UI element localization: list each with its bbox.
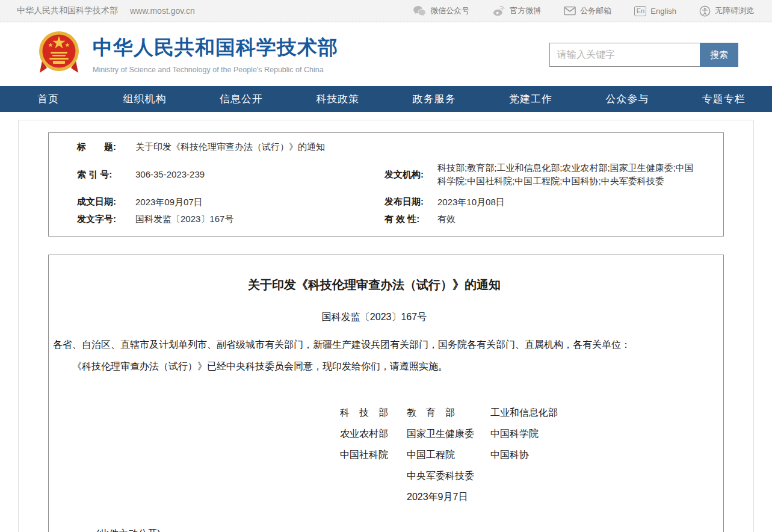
weibo-icon (492, 5, 505, 16)
document-meta-box: 标 题: 关于印发《科技伦理审查办法（试行）》的通知 索 引 号: 306-35… (48, 132, 724, 237)
signatory: 中国社科院 (340, 444, 407, 465)
meta-row-date-written: 成文日期: 2023年09月07日 (49, 196, 384, 213)
document-paragraph: 各省、自治区、直辖市及计划单列市、副省级城市有关部门，新疆生产建设兵团有关部门，… (53, 338, 696, 351)
meta-doc-number-label: 发文字号: (77, 214, 135, 225)
topbar-link-label: 无障碍浏览 (715, 5, 754, 16)
site-subtitle: Ministry of Science and Technology of th… (93, 66, 338, 74)
site-header: 中华人民共和国科学技术部 Ministry of Science and Tec… (0, 22, 772, 86)
nav-item-info-disclosure[interactable]: 信息公开 (193, 86, 289, 112)
nav-item-organization[interactable]: 组织机构 (96, 86, 193, 112)
meta-validity-label: 有 效 性: (384, 214, 437, 225)
site-title: 中华人民共和国科学技术部 (93, 34, 338, 61)
search-button[interactable]: 搜索 (700, 43, 738, 67)
topbar-link-label: 微信公众号 (430, 5, 469, 16)
topbar-link-english[interactable]: En English (634, 6, 676, 16)
nav-item-gov-services[interactable]: 政务服务 (386, 86, 483, 112)
main-nav: 首页 组织机构 信息公开 科技政策 政务服务 党建工作 公众参与 专题专栏 (0, 86, 772, 112)
topbar-site-url: www.most.gov.cn (130, 6, 195, 16)
document-number: 国科发监〔2023〕167号 (53, 311, 696, 324)
site-title-block: 中华人民共和国科学技术部 Ministry of Science and Tec… (93, 34, 338, 74)
signatory: 中央军委科技委 (407, 465, 490, 486)
document-paragraph: 《科技伦理审查办法（试行）》已经中央科技委员会同意，现印发给你们，请遵照实施。 (53, 360, 696, 373)
meta-date-written-value: 2023年09月07日 (135, 196, 384, 209)
meta-row-title: 标 题: 关于印发《科技伦理审查办法（试行）》的通知 (49, 140, 384, 161)
content-area: 标 题: 关于印发《科技伦理审查办法（试行）》的通知 索 引 号: 306-35… (0, 112, 772, 532)
national-emblem-logo[interactable] (39, 29, 79, 79)
signatory: 国家卫生健康委 (407, 423, 490, 444)
signatory: 教 育 部 (407, 402, 490, 423)
page: 中华人民共和国科学技术部 www.most.gov.cn 微信公众号 官方微博 … (0, 0, 772, 532)
meta-index-value: 306-35-2023-239 (135, 168, 384, 182)
nav-item-public-participation[interactable]: 公众参与 (579, 86, 675, 112)
signatory: 农业农村部 (340, 423, 407, 444)
topbar-site-name: 中华人民共和国科学技术部 (17, 5, 118, 16)
meta-date-written-label: 成文日期: (77, 196, 135, 208)
meta-row-index-number: 索 引 号: 306-35-2023-239 (49, 161, 384, 196)
meta-row-date-published: 发布日期: 2023年10月08日 (384, 196, 723, 213)
meta-date-published-value: 2023年10月08日 (437, 196, 694, 209)
signatories-block: 科 技 部 教 育 部 工业和信息化部 农业农村部 国家卫生健康委 中国科学院 … (340, 402, 696, 507)
content-panel: 标 题: 关于印发《科技伦理审查办法（试行）》的通知 索 引 号: 306-35… (18, 120, 754, 532)
meta-date-published-label: 发布日期: (384, 196, 437, 208)
signatory: 工业和信息化部 (490, 402, 696, 423)
meta-row-issuing-agency: 发文机构: 科技部;教育部;工业和信息化部;农业农村部;国家卫生健康委;中国科学… (384, 161, 723, 196)
topbar-links: 微信公众号 官方微博 公务邮箱 En English (413, 5, 754, 17)
signatory: 中国工程院 (407, 444, 490, 465)
meta-doc-number-value: 国科发监〔2023〕167号 (135, 212, 384, 226)
topbar-link-accessibility[interactable]: 无障碍浏览 (699, 5, 754, 17)
signature-date: 2023年9月7日 (407, 486, 696, 507)
english-icon: En (634, 6, 646, 16)
signatory: 中国科协 (490, 444, 696, 465)
topbar-link-label: English (650, 7, 676, 16)
nav-item-sci-tech-policy[interactable]: 科技政策 (289, 86, 386, 112)
document-title: 关于印发《科技伦理审查办法（试行）》的通知 (53, 277, 696, 293)
topbar-link-label: 官方微博 (510, 5, 541, 16)
topbar-link-weibo[interactable]: 官方微博 (492, 5, 541, 16)
signatory (490, 465, 696, 486)
meta-title-value: 关于印发《科技伦理审查办法（试行）》的通知 (135, 140, 384, 154)
topbar-link-mail[interactable]: 公务邮箱 (564, 5, 611, 16)
topbar-link-wechat[interactable]: 微信公众号 (413, 5, 469, 16)
signatory: 中国科学院 (490, 423, 696, 444)
meta-validity-value: 有效 (437, 212, 694, 226)
nav-item-special-topics[interactable]: 专题专栏 (676, 86, 772, 112)
signatory (340, 465, 407, 486)
search-input[interactable] (549, 43, 700, 67)
meta-agency-label: 发文机构: (384, 169, 437, 181)
wechat-icon (413, 5, 426, 16)
meta-index-label: 索 引 号: (77, 169, 135, 181)
document-body-box: 关于印发《科技伦理审查办法（试行）》的通知 国科发监〔2023〕167号 各省、… (48, 255, 724, 532)
topbar-link-label: 公务邮箱 (580, 5, 611, 16)
top-utility-bar: 中华人民共和国科学技术部 www.most.gov.cn 微信公众号 官方微博 … (0, 0, 772, 22)
meta-title-label: 标 题: (77, 141, 135, 153)
signatory: 科 技 部 (340, 402, 407, 423)
document-footnote: (此件主动公开) (96, 528, 696, 532)
search-bar: 搜索 (549, 43, 738, 67)
meta-agency-value: 科技部;教育部;工业和信息化部;农业农村部;国家卫生健康委;中国科学院;中国社科… (437, 161, 694, 188)
meta-row-empty (384, 140, 723, 161)
meta-row-validity: 有 效 性: 有效 (384, 212, 723, 226)
mail-icon (564, 6, 576, 16)
accessibility-icon (699, 5, 711, 17)
meta-row-doc-number: 发文字号: 国科发监〔2023〕167号 (49, 212, 384, 226)
nav-item-party-building[interactable]: 党建工作 (483, 86, 579, 112)
nav-item-home[interactable]: 首页 (0, 86, 96, 112)
